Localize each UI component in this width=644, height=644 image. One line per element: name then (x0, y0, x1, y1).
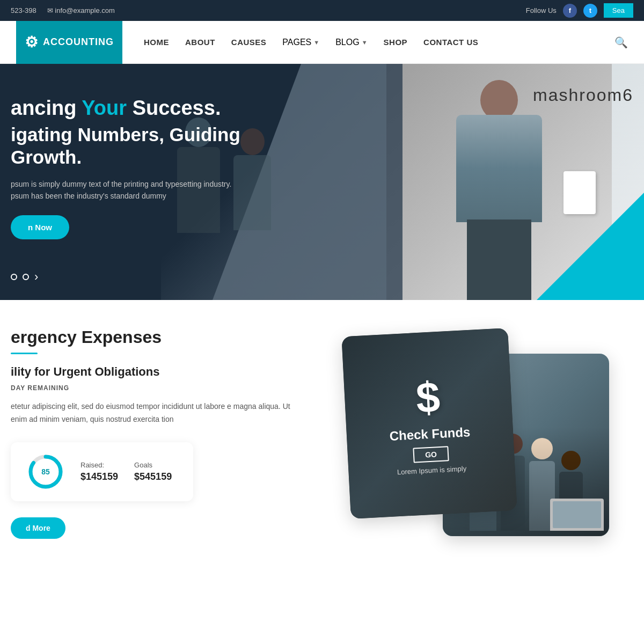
section-tag: DAY REMAINING (11, 384, 295, 392)
nav-blog[interactable]: BLOG ▼ (335, 38, 367, 47)
goals-stat: Goals $545159 (134, 461, 172, 482)
search-icon-nav[interactable]: 🔍 (614, 36, 628, 49)
nav-shop[interactable]: SHOP (384, 38, 408, 47)
person-legs (467, 219, 531, 300)
facebook-icon: f (563, 4, 577, 18)
goals-value: $545159 (134, 471, 172, 482)
top-bar: 523-398 ✉ info@example.com Follow Us f t… (0, 0, 644, 21)
section-subtitle: ility for Urgent Obligations (11, 365, 295, 379)
nav-pages[interactable]: PAGES ▼ (282, 38, 319, 47)
card-caption: Lorem Ipsum is simply (397, 464, 467, 476)
header: ⚙ ACCOUNTING HOME ABOUT CAUSES PAGES ▼ B… (0, 21, 644, 64)
paper-prop (564, 171, 596, 214)
hero-title-suffix1: Success. (127, 97, 221, 119)
person-head (480, 80, 518, 120)
twitter-link[interactable]: t (583, 4, 597, 18)
card-stack: $ Check Funds GO Lorem Ipsum is simply (335, 321, 625, 547)
nav-causes[interactable]: CAUSES (231, 38, 267, 47)
facebook-link[interactable]: f (563, 4, 577, 18)
dot-2[interactable] (23, 274, 29, 280)
raised-stat: Raised: $145159 (80, 461, 118, 482)
email-icon: ✉ (47, 6, 53, 14)
section-subtitle-text: ility for Urgent Obligations (11, 365, 159, 378)
hero-desc-line1: psum is simply dummy text of the printin… (11, 178, 290, 190)
hero-title-line1: ancing Your Success. (11, 96, 295, 121)
top-bar-left: 523-398 ✉ info@example.com (11, 6, 115, 14)
search-button-top[interactable]: Sea (604, 3, 633, 18)
logo-text: ACCOUNTING (43, 36, 114, 48)
person-body (456, 115, 542, 222)
logo-icon: ⚙ (25, 33, 39, 51)
twitter-icon: t (583, 4, 597, 18)
logo: ⚙ ACCOUNTING (16, 21, 122, 64)
chevron-down-icon: ▼ (313, 39, 319, 46)
hero-dots: › (11, 270, 38, 284)
dollar-sign-icon: $ (415, 372, 441, 422)
nav-about[interactable]: ABOUT (185, 38, 215, 47)
section-description: etetur adipiscing elit, sed do eiusmod t… (11, 400, 295, 426)
section-title-text: ergency Expenses (11, 327, 162, 347)
go-button[interactable]: GO (413, 446, 449, 463)
hero-content: ancing Your Success. igating Numbers, Gu… (0, 64, 311, 255)
hero-title-line2: igating Numbers, Guiding Growth. (11, 123, 295, 169)
nav-contact[interactable]: CONTACT US (423, 38, 478, 47)
hero-highlight1: Your (82, 97, 127, 119)
check-funds-title: Check Funds (389, 425, 471, 444)
section-left: ergency Expenses ility for Urgent Obliga… (0, 300, 311, 568)
laptop-prop (550, 499, 604, 531)
progress-stats: Raised: $145159 Goals $545159 (80, 461, 172, 482)
progress-percent: 85 (41, 467, 50, 476)
check-funds-card[interactable]: $ Check Funds GO Lorem Ipsum is simply (341, 328, 517, 519)
hero-next-arrow[interactable]: › (34, 270, 38, 284)
section-two: ergency Expenses ility for Urgent Obliga… (0, 300, 644, 568)
hero-title-prefix1: ancing (11, 97, 82, 119)
hero-description: psum is simply dummy text of the printin… (11, 178, 290, 202)
main-nav: HOME ABOUT CAUSES PAGES ▼ BLOG ▼ SHOP CO… (144, 38, 614, 47)
email-text: info@example.com (55, 6, 114, 14)
read-more-button[interactable]: d More (11, 517, 65, 539)
progress-area: 85 Raised: $145159 Goals $545159 (11, 442, 193, 501)
dot-1[interactable] (11, 274, 17, 280)
email-link[interactable]: ✉ info@example.com (47, 6, 115, 14)
mashroom-text: mashroom6 (533, 85, 633, 105)
chevron-down-icon-blog: ▼ (362, 39, 368, 46)
card-inner-1: $ Check Funds GO Lorem Ipsum is simply (341, 328, 517, 519)
phone-number: 523-398 (11, 6, 36, 14)
section-underline (11, 353, 38, 354)
section-tag-text: DAY REMAINING (11, 384, 69, 392)
hero-title-prefix2: igating Numbers, (11, 124, 170, 145)
follow-label: Follow Us (526, 6, 557, 14)
nav-home[interactable]: HOME (144, 38, 169, 47)
section-right: $ Check Funds GO Lorem Ipsum is simply (311, 300, 644, 568)
progress-circle: 85 (27, 453, 64, 491)
section-title: ergency Expenses (11, 327, 295, 347)
raised-label: Raised: (80, 461, 118, 469)
section-desc-text: etetur adipiscing elit, sed do eiusmod t… (11, 402, 290, 423)
hero-section: mashroom6 ancing Your Success. igating N… (0, 64, 644, 300)
raised-value: $145159 (80, 471, 118, 482)
goals-label: Goals (134, 461, 172, 469)
top-bar-right: Follow Us f t Sea (526, 3, 633, 18)
hero-cta-button[interactable]: n Now (11, 215, 69, 239)
hero-desc-line2: psum has been the industry's standard du… (11, 190, 290, 202)
